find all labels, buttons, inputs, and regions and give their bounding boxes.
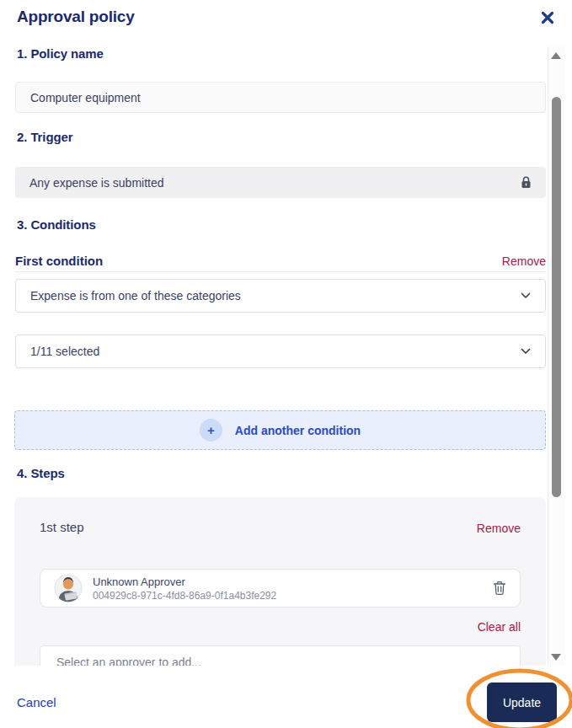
step-panel: 1st step Remove: [14, 497, 546, 666]
remove-condition-button[interactable]: Remove: [502, 254, 546, 268]
policy-name-label: 1. Policy name: [17, 46, 104, 61]
condition-type-select[interactable]: Expense is from one of these categories: [15, 279, 546, 313]
add-approver-input[interactable]: [55, 655, 505, 666]
lock-icon: [521, 176, 532, 189]
scrollbar-thumb[interactable]: [552, 97, 561, 497]
approver-name: Unknown Approver: [93, 575, 483, 588]
avatar: [54, 574, 83, 602]
conditions-label: 3. Conditions: [17, 217, 96, 232]
trigger-field: Any expense is submitted: [15, 167, 546, 198]
cancel-button[interactable]: Cancel: [17, 695, 56, 709]
add-condition-label: Add another condition: [235, 424, 361, 437]
condition-divider: [15, 271, 546, 272]
steps-label: 4. Steps: [17, 466, 65, 480]
modal-body: 1. Policy name 2. Trigger Any expense is…: [0, 46, 572, 666]
chevron-down-icon: [521, 292, 531, 299]
first-condition-header: First condition Remove: [15, 254, 546, 268]
condition-categories-select[interactable]: 1/11 selected: [15, 335, 546, 368]
remove-step-button[interactable]: Remove: [477, 522, 521, 535]
delete-approver-button[interactable]: [493, 581, 506, 596]
scroll-up-arrow-icon[interactable]: [551, 52, 561, 59]
page-title: Approval policy: [17, 8, 135, 26]
policy-name-value[interactable]: [30, 91, 531, 104]
step-title: 1st step: [40, 520, 84, 534]
trash-icon: [493, 581, 506, 596]
update-button[interactable]: Update: [487, 682, 557, 722]
chevron-down-icon: [521, 348, 531, 355]
trigger-value: Any expense is submitted: [29, 176, 164, 190]
clear-all-button[interactable]: Clear all: [478, 620, 521, 634]
modal-footer: Cancel Update: [0, 666, 572, 728]
approver-card: Unknown Approver 004929c8-971c-4fd8-86a9…: [40, 569, 521, 608]
add-approver-select[interactable]: [40, 645, 521, 666]
add-condition-button[interactable]: + Add another condition: [14, 410, 546, 450]
approver-texts: Unknown Approver 004929c8-971c-4fd8-86a9…: [93, 575, 483, 602]
condition-categories-value: 1/11 selected: [30, 345, 99, 358]
trigger-label: 2. Trigger: [17, 130, 73, 144]
close-icon: [541, 11, 554, 24]
scroll-down-arrow-icon[interactable]: [551, 654, 561, 661]
close-button[interactable]: [538, 8, 557, 27]
policy-name-input[interactable]: [15, 82, 546, 113]
condition-type-value: Expense is from one of these categories: [30, 289, 241, 302]
first-condition-label: First condition: [15, 254, 103, 268]
approver-id: 004929c8-971c-4fd8-86a9-0f1a4b3fe292: [93, 590, 483, 602]
plus-icon: +: [200, 419, 222, 442]
